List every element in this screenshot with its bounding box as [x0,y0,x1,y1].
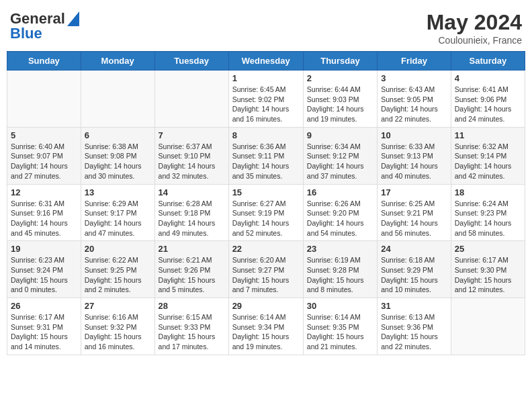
table-row: 1Sunrise: 6:45 AM Sunset: 9:02 PM Daylig… [228,71,303,128]
day-number: 1 [232,73,300,83]
day-info: Sunrise: 6:20 AM Sunset: 9:27 PM Dayligh… [232,255,300,295]
title-block: May 2024 Coulounieix, France [427,10,522,46]
day-info: Sunrise: 6:43 AM Sunset: 9:05 PM Dayligh… [381,85,447,124]
location-subtitle: Coulounieix, France [427,35,522,46]
table-row: 24Sunrise: 6:18 AM Sunset: 9:29 PM Dayli… [378,241,451,298]
day-number: 4 [455,73,521,83]
day-number: 20 [85,244,151,254]
calendar-week-row: 1Sunrise: 6:45 AM Sunset: 9:02 PM Daylig… [7,71,525,128]
header-saturday: Saturday [451,52,525,71]
day-info: Sunrise: 6:32 AM Sunset: 9:14 PM Dayligh… [455,142,521,181]
day-info: Sunrise: 6:17 AM Sunset: 9:30 PM Dayligh… [455,255,521,295]
day-number: 24 [381,244,447,254]
calendar-week-row: 19Sunrise: 6:23 AM Sunset: 9:24 PM Dayli… [7,241,525,298]
table-row: 28Sunrise: 6:15 AM Sunset: 9:33 PM Dayli… [154,298,228,355]
table-row: 23Sunrise: 6:19 AM Sunset: 9:28 PM Dayli… [303,241,377,298]
day-info: Sunrise: 6:29 AM Sunset: 9:17 PM Dayligh… [85,199,151,238]
day-number: 26 [11,301,77,311]
day-number: 27 [85,301,151,311]
day-number: 29 [232,301,300,311]
table-row: 12Sunrise: 6:31 AM Sunset: 9:16 PM Dayli… [7,184,81,241]
table-row: 5Sunrise: 6:40 AM Sunset: 9:07 PM Daylig… [7,127,81,184]
day-number: 18 [455,187,521,197]
day-number: 3 [381,73,447,83]
day-info: Sunrise: 6:38 AM Sunset: 9:08 PM Dayligh… [85,142,151,181]
day-number: 12 [11,187,77,197]
day-info: Sunrise: 6:18 AM Sunset: 9:29 PM Dayligh… [381,255,447,295]
day-number: 7 [159,130,225,140]
day-info: Sunrise: 6:24 AM Sunset: 9:23 PM Dayligh… [455,199,521,238]
day-info: Sunrise: 6:45 AM Sunset: 9:02 PM Dayligh… [232,85,300,124]
table-row: 27Sunrise: 6:16 AM Sunset: 9:32 PM Dayli… [81,298,154,355]
logo: General Blue [10,10,79,42]
day-info: Sunrise: 6:14 AM Sunset: 9:35 PM Dayligh… [307,312,373,352]
calendar-header-row: Sunday Monday Tuesday Wednesday Thursday… [7,52,525,71]
day-info: Sunrise: 6:15 AM Sunset: 9:33 PM Dayligh… [159,312,225,352]
table-row: 19Sunrise: 6:23 AM Sunset: 9:24 PM Dayli… [7,241,81,298]
day-info: Sunrise: 6:40 AM Sunset: 9:07 PM Dayligh… [11,142,77,181]
day-number: 8 [232,130,300,140]
day-number: 13 [85,187,151,197]
day-info: Sunrise: 6:14 AM Sunset: 9:34 PM Dayligh… [232,312,300,352]
day-number: 23 [307,244,373,254]
day-info: Sunrise: 6:16 AM Sunset: 9:32 PM Dayligh… [85,312,151,352]
table-row: 22Sunrise: 6:20 AM Sunset: 9:27 PM Dayli… [228,241,303,298]
table-row: 29Sunrise: 6:14 AM Sunset: 9:34 PM Dayli… [228,298,303,355]
day-info: Sunrise: 6:17 AM Sunset: 9:31 PM Dayligh… [11,312,77,352]
day-info: Sunrise: 6:21 AM Sunset: 9:26 PM Dayligh… [159,255,225,295]
calendar-table: Sunday Monday Tuesday Wednesday Thursday… [7,51,525,355]
day-number: 25 [455,244,521,254]
table-row: 30Sunrise: 6:14 AM Sunset: 9:35 PM Dayli… [303,298,377,355]
table-row: 13Sunrise: 6:29 AM Sunset: 9:17 PM Dayli… [81,184,154,241]
day-number: 15 [232,187,300,197]
table-row: 17Sunrise: 6:25 AM Sunset: 9:21 PM Dayli… [378,184,451,241]
day-number: 30 [307,301,373,311]
day-info: Sunrise: 6:27 AM Sunset: 9:19 PM Dayligh… [232,199,300,238]
day-info: Sunrise: 6:34 AM Sunset: 9:12 PM Dayligh… [307,142,373,181]
day-number: 9 [307,130,373,140]
table-row: 9Sunrise: 6:34 AM Sunset: 9:12 PM Daylig… [303,127,377,184]
day-info: Sunrise: 6:19 AM Sunset: 9:28 PM Dayligh… [307,255,373,295]
calendar-week-row: 5Sunrise: 6:40 AM Sunset: 9:07 PM Daylig… [7,127,525,184]
day-number: 5 [11,130,77,140]
day-info: Sunrise: 6:25 AM Sunset: 9:21 PM Dayligh… [381,199,447,238]
table-row: 15Sunrise: 6:27 AM Sunset: 9:19 PM Dayli… [228,184,303,241]
day-number: 31 [381,301,447,311]
logo-arrow-icon [67,11,79,26]
day-number: 10 [381,130,447,140]
logo-blue: Blue [10,25,42,42]
header-thursday: Thursday [303,52,377,71]
header-sunday: Sunday [7,52,81,71]
table-row: 16Sunrise: 6:26 AM Sunset: 9:20 PM Dayli… [303,184,377,241]
day-info: Sunrise: 6:36 AM Sunset: 9:11 PM Dayligh… [232,142,300,181]
table-row: 2Sunrise: 6:44 AM Sunset: 9:03 PM Daylig… [303,71,377,128]
month-year-title: May 2024 [427,10,522,35]
day-number: 11 [455,130,521,140]
day-number: 6 [85,130,151,140]
table-row: 8Sunrise: 6:36 AM Sunset: 9:11 PM Daylig… [228,127,303,184]
table-row: 14Sunrise: 6:28 AM Sunset: 9:18 PM Dayli… [154,184,228,241]
table-row [7,71,81,128]
day-info: Sunrise: 6:28 AM Sunset: 9:18 PM Dayligh… [159,199,225,238]
page-header: General Blue May 2024 Coulounieix, Franc… [7,7,525,46]
day-number: 22 [232,244,300,254]
day-info: Sunrise: 6:13 AM Sunset: 9:36 PM Dayligh… [381,312,447,352]
day-info: Sunrise: 6:31 AM Sunset: 9:16 PM Dayligh… [11,199,77,238]
calendar-week-row: 12Sunrise: 6:31 AM Sunset: 9:16 PM Dayli… [7,184,525,241]
day-info: Sunrise: 6:22 AM Sunset: 9:25 PM Dayligh… [85,255,151,295]
day-number: 16 [307,187,373,197]
day-number: 19 [11,244,77,254]
day-info: Sunrise: 6:23 AM Sunset: 9:24 PM Dayligh… [11,255,77,295]
header-wednesday: Wednesday [228,52,303,71]
table-row: 26Sunrise: 6:17 AM Sunset: 9:31 PM Dayli… [7,298,81,355]
day-info: Sunrise: 6:44 AM Sunset: 9:03 PM Dayligh… [307,85,373,124]
table-row: 20Sunrise: 6:22 AM Sunset: 9:25 PM Dayli… [81,241,154,298]
day-number: 2 [307,73,373,83]
day-info: Sunrise: 6:26 AM Sunset: 9:20 PM Dayligh… [307,199,373,238]
table-row: 31Sunrise: 6:13 AM Sunset: 9:36 PM Dayli… [378,298,451,355]
day-number: 28 [159,301,225,311]
day-number: 17 [381,187,447,197]
table-row: 4Sunrise: 6:41 AM Sunset: 9:06 PM Daylig… [451,71,525,128]
day-info: Sunrise: 6:41 AM Sunset: 9:06 PM Dayligh… [455,85,521,124]
table-row: 11Sunrise: 6:32 AM Sunset: 9:14 PM Dayli… [451,127,525,184]
